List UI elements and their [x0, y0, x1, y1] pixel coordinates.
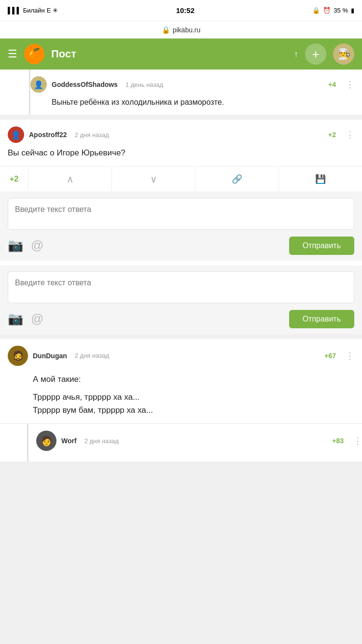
time-goddess: 1 день назад [125, 81, 163, 88]
lock-url-icon: 🔒 [162, 26, 170, 34]
score-apostroff: +2 [328, 131, 336, 139]
add-icon: + [312, 47, 319, 62]
reply-input-1[interactable] [8, 198, 354, 230]
avatar-goddess: 👤 [30, 76, 47, 93]
avatar-apostroff: 👤 [8, 126, 24, 143]
lock-icon: 🔒 [312, 7, 320, 14]
time-dundugan: 2 дня назад [75, 352, 109, 359]
more-options-goddess[interactable]: ⋮ [346, 79, 354, 90]
more-options-dundugan[interactable]: ⋮ [346, 350, 354, 361]
comment-header-worf: 🧑 Worf 2 дня назад +83 ⋮ [36, 431, 362, 451]
time-worf: 2 дня назад [84, 437, 119, 445]
score-dundugan: +67 [324, 352, 336, 360]
send-button-1[interactable]: Отправить [289, 237, 354, 255]
link-icon: 🔗 [232, 174, 242, 184]
link-button[interactable]: 🔗 [195, 167, 279, 191]
comment-dundugan: 🧔 DunDugan 2 дня назад +67 ⋮ А мой такие… [0, 339, 362, 424]
nested-comment-goddess: 👤 GoddessOfShadows 1 день назад +4 ⋮ Вын… [29, 70, 362, 115]
upvote-button[interactable]: ∧ [28, 167, 112, 192]
main-comment-apostroff: 👤 Apostroff22 2 дня назад +2 ⋮ Вы сейчас… [0, 120, 362, 166]
text-apostroff: Вы сейчас о Игоре Юрьевиче? [8, 147, 354, 159]
downvote-button[interactable]: ∨ [112, 167, 195, 192]
up-arrow-icon[interactable]: ↑ [294, 49, 298, 59]
score-worf: +83 [332, 437, 344, 445]
action-bar: +2 ∧ ∨ 🔗 💾 [0, 166, 362, 192]
comment-header-apostroff: 👤 Apostroff22 2 дня назад +2 ⋮ [8, 126, 354, 143]
comment-header-dundugan: 🧔 DunDugan 2 дня назад +67 ⋮ [8, 346, 354, 366]
camera-icon-1[interactable]: 📷 [8, 238, 23, 253]
comment-worf: 🧑 Worf 2 дня назад +83 ⋮ [27, 424, 362, 462]
battery-icon: ▮ [351, 7, 354, 14]
mention-icon-2[interactable]: @ [31, 311, 43, 326]
content-area: 👤 GoddessOfShadows 1 день назад +4 ⋮ Вын… [0, 70, 362, 462]
dundugan-line4: Тррррр вум бам, тррррр ха ха... [33, 404, 354, 417]
section-divider-1 [0, 115, 362, 120]
author-dundugan: DunDugan [33, 352, 67, 360]
status-time: 10:52 [176, 6, 195, 14]
more-options-apostroff[interactable]: ⋮ [346, 129, 354, 140]
author-goddess: GoddessOfShadows [52, 81, 118, 88]
reply-block-2: 📷 @ Отправить [0, 266, 362, 334]
reply-tools-2: 📷 @ Отправить [8, 310, 354, 328]
reply-input-2[interactable] [8, 271, 354, 303]
camera-icon-2[interactable]: 📷 [8, 311, 23, 326]
reply-block-1: 📷 @ Отправить [0, 192, 362, 261]
status-right: 🔒 ⏰ 35 % ▮ [312, 7, 354, 14]
battery-percent: 35 % [334, 7, 348, 14]
url-bar: 🔒 pikabu.ru [0, 21, 362, 39]
author-apostroff: Apostroff22 [29, 131, 67, 139]
header-title: Пост [51, 48, 291, 60]
hamburger-icon[interactable]: ☰ [8, 48, 17, 60]
app-header: ☰ 🍊 Пост ↑ + 👨‍🍳 [0, 39, 362, 70]
comment-header: 👤 GoddessOfShadows 1 день назад +4 ⋮ [30, 76, 354, 93]
section-divider-2 [0, 334, 362, 339]
dundugan-line3: Тррррр ачья, тррррр ха ха... [33, 391, 354, 404]
action-score: +2 [0, 168, 28, 190]
status-left: ▌▌▌ Билайн E ✳ [8, 7, 58, 14]
carrier-label: Билайн [23, 7, 45, 14]
text-goddess: Выньте ребёнка из холодильника и разморо… [30, 97, 354, 108]
dundugan-line1: А мой такие: [33, 373, 354, 386]
time-apostroff: 2 дня назад [75, 131, 109, 139]
avatar-dundugan: 🧔 [8, 346, 28, 366]
reply-tools-1: 📷 @ Отправить [8, 237, 354, 255]
alarm-icon: ⏰ [323, 7, 331, 14]
text-dundugan: А мой такие: Тррррр ачья, тррррр ха ха..… [8, 373, 354, 417]
add-button[interactable]: + [305, 43, 326, 65]
save-button[interactable]: 💾 [279, 167, 362, 191]
wifi-icon: ✳ [53, 7, 58, 14]
author-worf: Worf [61, 437, 77, 445]
user-avatar-header[interactable]: 👨‍🍳 [333, 43, 354, 65]
url-text: pikabu.ru [173, 26, 201, 34]
network-type: E [47, 7, 51, 14]
downvote-icon: ∨ [150, 173, 157, 185]
save-icon: 💾 [315, 174, 326, 184]
mention-icon-1[interactable]: @ [31, 238, 43, 253]
avatar-worf: 🧑 [36, 431, 56, 451]
more-options-worf[interactable]: ⋮ [353, 435, 362, 446]
signal-bars: ▌▌▌ [8, 7, 21, 14]
score-goddess: +4 [328, 81, 336, 88]
status-bar: ▌▌▌ Билайн E ✳ 10:52 🔒 ⏰ 35 % ▮ [0, 0, 362, 21]
app-logo: 🍊 [24, 44, 44, 64]
send-button-2[interactable]: Отправить [289, 310, 354, 328]
upvote-icon: ∧ [67, 173, 74, 185]
